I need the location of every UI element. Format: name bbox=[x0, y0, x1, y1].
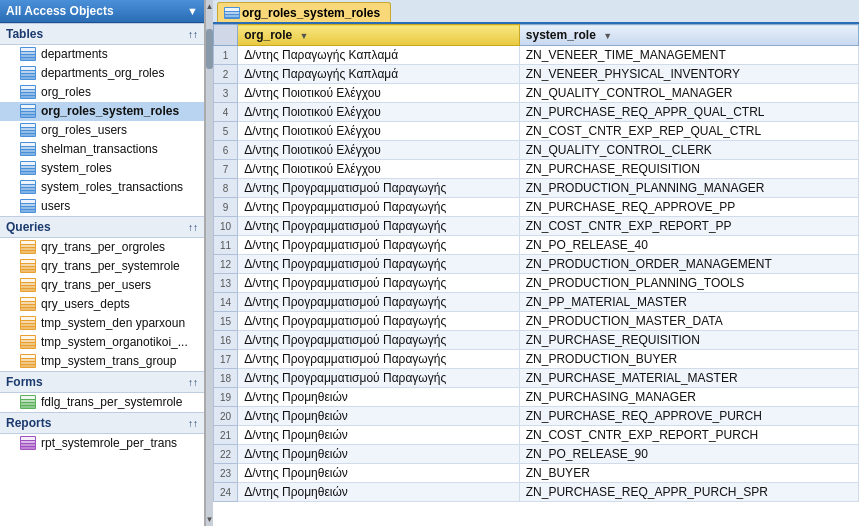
sidebar-item-qry-users-depts[interactable]: qry_users_depts bbox=[0, 295, 204, 314]
row-number: 15 bbox=[214, 312, 238, 331]
table-icon bbox=[20, 66, 36, 80]
table-row[interactable]: 15Δ/ντης Προγραμματισμού ΠαραγωγήςZN_PRO… bbox=[214, 312, 859, 331]
cell-org-role: Δ/ντης Προγραμματισμού Παραγωγής bbox=[238, 274, 520, 293]
cell-system-role: ZN_PO_RELEASE_90 bbox=[519, 445, 858, 464]
table-row[interactable]: 22Δ/ντης ΠρομηθειώνZN_PO_RELEASE_90 bbox=[214, 445, 859, 464]
cell-org-role: Δ/ντης Ποιοτικού Ελέγχου bbox=[238, 84, 520, 103]
svg-rect-73 bbox=[21, 343, 35, 345]
sidebar-item-system-roles-transactions[interactable]: system_roles_transactions bbox=[0, 178, 204, 197]
sidebar-item-departments-org-roles[interactable]: departments_org_roles bbox=[0, 64, 204, 83]
query-icon bbox=[20, 240, 36, 254]
sidebar-section-queries[interactable]: Queries ↑↑ bbox=[0, 216, 204, 238]
cell-org-role: Δ/ντης Παραγωγής Καπλαμά bbox=[238, 46, 520, 65]
tab-org-roles-system-roles[interactable]: org_roles_system_roles bbox=[217, 2, 391, 22]
cell-system-role: ZN_PURCHASE_MATERIAL_MASTER bbox=[519, 369, 858, 388]
row-number: 17 bbox=[214, 350, 238, 369]
row-number: 24 bbox=[214, 483, 238, 502]
sidebar-item-org-roles-users[interactable]: org_roles_users bbox=[0, 121, 204, 140]
svg-rect-61 bbox=[21, 298, 35, 301]
col-header-org-role[interactable]: org_role ▼ bbox=[238, 25, 520, 46]
table-row[interactable]: 23Δ/ντης ΠρομηθειώνZN_BUYER bbox=[214, 464, 859, 483]
table-row[interactable]: 1Δ/ντης Παραγωγής ΚαπλαμάZN_VENEER_TIME_… bbox=[214, 46, 859, 65]
tab-label: org_roles_system_roles bbox=[242, 6, 380, 20]
svg-rect-31 bbox=[21, 162, 35, 165]
sidebar-menu-icon[interactable]: ▼ bbox=[187, 5, 198, 17]
row-number: 22 bbox=[214, 445, 238, 464]
data-grid: org_role ▼ system_role ▼ 1Δ/ντης Παραγωγ… bbox=[213, 24, 859, 526]
table-row[interactable]: 17Δ/ντης Προγραμματισμού ΠαραγωγήςZN_PRO… bbox=[214, 350, 859, 369]
table-row[interactable]: 10Δ/ντης Προγραμματισμού ΠαραγωγήςZN_COS… bbox=[214, 217, 859, 236]
cell-system-role: ZN_QUALITY_CONTROL_CLERK bbox=[519, 141, 858, 160]
table-row[interactable]: 7Δ/ντης Ποιοτικού ΕλέγχουZN_PURCHASE_REQ… bbox=[214, 160, 859, 179]
svg-rect-86 bbox=[21, 437, 35, 440]
svg-rect-52 bbox=[21, 264, 35, 266]
table-row[interactable]: 6Δ/ντης Ποιοτικού ΕλέγχουZN_QUALITY_CONT… bbox=[214, 141, 859, 160]
row-number: 10 bbox=[214, 217, 238, 236]
table-row[interactable]: 21Δ/ντης ΠρομηθειώνZN_COST_CNTR_EXP_REPO… bbox=[214, 426, 859, 445]
table-row[interactable]: 24Δ/ντης ΠρομηθειώνZN_PURCHASE_REQ_APPR_… bbox=[214, 483, 859, 502]
form-icon bbox=[20, 395, 36, 409]
table-row[interactable]: 11Δ/ντης Προγραμματισμού ΠαραγωγήςZN_PO_… bbox=[214, 236, 859, 255]
query-icon bbox=[20, 278, 36, 292]
table-row[interactable]: 20Δ/ντης ΠρομηθειώνZN_PURCHASE_REQ_APPRO… bbox=[214, 407, 859, 426]
sidebar-item-org-roles-system-roles[interactable]: org_roles_system_roles bbox=[0, 102, 204, 121]
svg-rect-19 bbox=[21, 115, 35, 117]
sidebar-item-qry-trans-per-systemrole[interactable]: qry_trans_per_systemrole bbox=[0, 257, 204, 276]
cell-system-role: ZN_VENEER_TIME_MANAGEMENT bbox=[519, 46, 858, 65]
table-row[interactable]: 18Δ/ντης Προγραμματισμού ΠαραγωγήςZN_PUR… bbox=[214, 369, 859, 388]
table-row[interactable]: 4Δ/ντης Ποιοτικού ΕλέγχουZN_PURCHASE_REQ… bbox=[214, 103, 859, 122]
row-number: 16 bbox=[214, 331, 238, 350]
table-row[interactable]: 5Δ/ντης Ποιοτικού ΕλέγχουZN_COST_CNTR_EX… bbox=[214, 122, 859, 141]
sidebar-item-users[interactable]: users bbox=[0, 197, 204, 216]
sidebar-item-fdlg-trans-per-systemrole[interactable]: fdlg_trans_per_systemrole bbox=[0, 393, 204, 412]
sidebar-scrollbar[interactable]: ▲ ▼ bbox=[205, 0, 213, 526]
sidebar-section-reports[interactable]: Reports ↑↑ bbox=[0, 412, 204, 434]
cell-system-role: ZN_PO_RELEASE_40 bbox=[519, 236, 858, 255]
table-row[interactable]: 12Δ/ντης Προγραμματισμού ΠαραγωγήςZN_PRO… bbox=[214, 255, 859, 274]
svg-rect-87 bbox=[21, 441, 35, 443]
sidebar-item-shelman-transactions[interactable]: shelman_transactions bbox=[0, 140, 204, 159]
row-number: 14 bbox=[214, 293, 238, 312]
sidebar-item-rpt-systemrole-per-trans[interactable]: rpt_systemrole_per_trans bbox=[0, 434, 204, 453]
svg-rect-4 bbox=[21, 58, 35, 60]
sidebar-item-tmp-system-organotikoi[interactable]: tmp_system_organotikoi_... bbox=[0, 333, 204, 352]
item-label: qry_trans_per_orgroles bbox=[41, 240, 165, 254]
svg-rect-32 bbox=[21, 166, 35, 168]
svg-rect-34 bbox=[21, 172, 35, 174]
tab-bar: org_roles_system_roles bbox=[213, 0, 859, 24]
sidebar-item-tmp-system-trans-group[interactable]: tmp_system_trans_group bbox=[0, 352, 204, 371]
sidebar-item-org-roles[interactable]: org_roles bbox=[0, 83, 204, 102]
sort-arrow-org-role[interactable]: ▼ bbox=[299, 31, 308, 41]
table-row[interactable]: 13Δ/ντης Προγραμματισμού ΠαραγωγήςZN_PRO… bbox=[214, 274, 859, 293]
cell-org-role: Δ/ντης Προμηθειών bbox=[238, 483, 520, 502]
table-row[interactable]: 19Δ/ντης ΠρομηθειώνZN_PURCHASING_MANAGER bbox=[214, 388, 859, 407]
table-icon bbox=[20, 142, 36, 156]
svg-rect-17 bbox=[21, 109, 35, 111]
sidebar-section-tables[interactable]: Tables ↑↑ bbox=[0, 23, 204, 45]
scroll-thumb[interactable] bbox=[206, 29, 213, 69]
svg-rect-2 bbox=[21, 52, 35, 54]
sidebar-item-qry-trans-per-users[interactable]: qry_trans_per_users bbox=[0, 276, 204, 295]
sidebar-item-system-roles[interactable]: system_roles bbox=[0, 159, 204, 178]
svg-rect-11 bbox=[21, 86, 35, 89]
table-row[interactable]: 2Δ/ντης Παραγωγής ΚαπλαμάZN_VENEER_PHYSI… bbox=[214, 65, 859, 84]
sidebar-item-departments[interactable]: departments bbox=[0, 45, 204, 64]
table-row[interactable]: 3Δ/ντης Ποιοτικού ΕλέγχουZN_QUALITY_CONT… bbox=[214, 84, 859, 103]
sidebar-item-tmp-system-den-yparxoun[interactable]: tmp_system_den yparxoun bbox=[0, 314, 204, 333]
svg-rect-74 bbox=[21, 346, 35, 348]
col-header-system-role[interactable]: system_role ▼ bbox=[519, 25, 858, 46]
forms-section-icon: ↑↑ bbox=[188, 377, 198, 388]
sort-arrow-system-role[interactable]: ▼ bbox=[603, 31, 612, 41]
table-row[interactable]: 16Δ/ντης Προγραμματισμού ΠαραγωγήςZN_PUR… bbox=[214, 331, 859, 350]
sidebar-item-qry-trans-per-orgroles[interactable]: qry_trans_per_orgroles bbox=[0, 238, 204, 257]
cell-org-role: Δ/ντης Προμηθειών bbox=[238, 445, 520, 464]
svg-rect-62 bbox=[21, 302, 35, 304]
query-icon bbox=[20, 259, 36, 273]
svg-rect-83 bbox=[21, 403, 35, 405]
sidebar-section-forms[interactable]: Forms ↑↑ bbox=[0, 371, 204, 393]
cell-org-role: Δ/ντης Προγραμματισμού Παραγωγής bbox=[238, 255, 520, 274]
reports-list: rpt_systemrole_per_trans bbox=[0, 434, 204, 453]
table-row[interactable]: 14Δ/ντης Προγραμματισμού ΠαραγωγήςZN_PP_… bbox=[214, 293, 859, 312]
table-row[interactable]: 9Δ/ντης Προγραμματισμού ΠαραγωγήςZN_PURC… bbox=[214, 198, 859, 217]
table-row[interactable]: 8Δ/ντης Προγραμματισμού ΠαραγωγήςZN_PROD… bbox=[214, 179, 859, 198]
